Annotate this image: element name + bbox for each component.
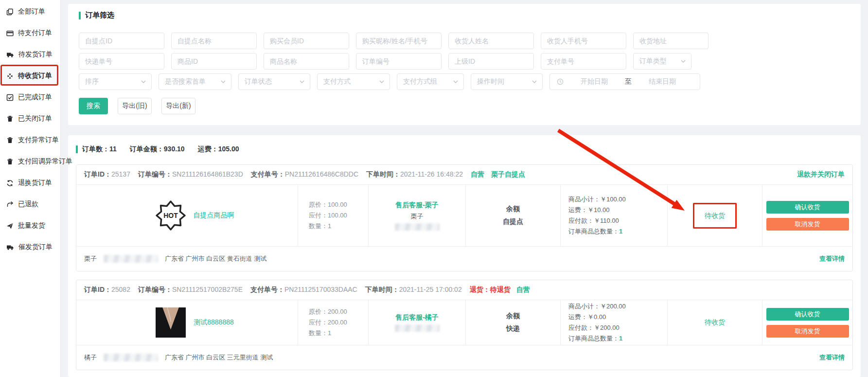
actions-cell: 确认收货 取消发货 xyxy=(762,185,852,246)
order-sn: SN211126164861B23D xyxy=(172,170,243,178)
sidebar: 全部订单 待支付订单 待发货订单 待收货订单 已完成订单 已关闭订单 支付异常订… xyxy=(0,0,61,377)
sidebar-item-label: 待发货订单 xyxy=(18,50,53,59)
pickup-id-input[interactable] xyxy=(79,33,164,49)
trash-icon xyxy=(6,158,14,165)
product-id-input[interactable] xyxy=(171,53,257,70)
sidebar-item-pending-shipment[interactable]: 待发货订单 xyxy=(0,44,60,65)
order-status-badge: 待收货 xyxy=(705,318,725,327)
order-amount-value: 930.10 xyxy=(164,145,185,153)
export-new-button[interactable]: 导出(新) xyxy=(161,98,195,114)
delivery-method: 快递 xyxy=(506,324,520,333)
sidebar-item-refunded[interactable]: 已退款 xyxy=(0,194,60,215)
start-date-placeholder[interactable]: 开始日期 xyxy=(581,77,608,86)
order-count-label: 订单数： xyxy=(82,145,109,153)
date-range-picker[interactable]: 开始日期 至 结束日期 xyxy=(549,73,700,90)
quantity: 数量：1 xyxy=(309,221,368,232)
sidebar-item-urge-shipment[interactable]: 催发货订单 xyxy=(0,236,60,258)
search-button[interactable]: 搜索 xyxy=(79,98,108,114)
tracking-number-input[interactable] xyxy=(79,53,164,70)
buyer-member-id-input[interactable] xyxy=(264,33,349,49)
sidebar-item-completed[interactable]: 已完成订单 xyxy=(0,87,60,108)
order-amount-label: 订单金额： xyxy=(130,145,164,153)
cancel-shipment-button[interactable]: 取消发货 xyxy=(766,218,849,231)
sidebar-item-all-orders[interactable]: 全部订单 xyxy=(0,1,60,22)
filter-buttons: 搜索 导出(旧) 导出(新) xyxy=(79,98,850,114)
operation-time-select[interactable]: 操作时间 xyxy=(471,73,543,90)
service-cell: 售后客服-橘子 xyxy=(368,300,465,345)
order-type-select[interactable]: 订单类型 xyxy=(633,53,691,70)
order-filter-panel: 订单筛选 订单类型 排序 xyxy=(68,4,861,125)
hot-badge-product-image[interactable]: HOT xyxy=(156,200,186,231)
pickup-point-tag: 栗子自提点 xyxy=(491,170,525,179)
totals-cell: 商品小计：￥100.00 运费：￥10.00 应付款：￥110.00 订单商品总… xyxy=(560,185,667,246)
blurred-phone xyxy=(104,255,158,263)
view-details-link[interactable]: 查看详情 xyxy=(819,353,845,362)
order-sn-input[interactable] xyxy=(356,53,442,70)
original-price: 原价：200.00 xyxy=(309,306,368,317)
receiver-phone-input[interactable] xyxy=(541,33,626,49)
order-footer: 橘子 广东省 广州市 白云区 三元里街道 测试 查看详情 xyxy=(76,345,852,370)
sidebar-item-pending-payment[interactable]: 待支付订单 xyxy=(0,22,60,44)
sidebar-item-batch-shipment[interactable]: 批量发货 xyxy=(0,215,60,236)
original-price: 原价：100.00 xyxy=(309,199,368,210)
orders-panel: 订单数：11 订单金额：930.10 运费：105.00 订单ID：25137 … xyxy=(68,135,861,377)
order-body: 测试8888888 原价：200.00 应付：200.00 数量：1 售后客服-… xyxy=(76,300,852,345)
product-photo-image[interactable] xyxy=(156,307,186,338)
sidebar-item-label: 待支付订单 xyxy=(18,29,52,37)
product-name-link[interactable]: 测试8888888 xyxy=(194,318,234,327)
price-cell: 原价：200.00 应付：200.00 数量：1 xyxy=(298,300,368,345)
amount-payable: 应付款：￥110.00 xyxy=(568,215,667,226)
cancel-shipment-button[interactable]: 取消发货 xyxy=(766,325,849,338)
sidebar-item-callback-exception[interactable]: 支付回调异常订单 xyxy=(0,151,60,172)
trash-icon xyxy=(6,137,14,144)
send-icon xyxy=(6,222,14,230)
receiver-address-input[interactable] xyxy=(633,33,709,49)
sidebar-item-pending-receipt[interactable]: 待收货订单 xyxy=(0,65,60,87)
sidebar-item-label: 已关闭订单 xyxy=(18,114,52,123)
service-cell: 售后客服-栗子 栗子 xyxy=(368,185,465,246)
order-status-select[interactable]: 订单状态 xyxy=(238,73,310,90)
payment-sn-input[interactable] xyxy=(541,53,626,70)
payment-group-select[interactable]: 支付方式组 xyxy=(397,73,464,90)
receiver-name-input[interactable] xyxy=(448,33,534,49)
order-id: 25137 xyxy=(111,170,130,178)
refund-close-order-link[interactable]: 退款并关闭订单 xyxy=(797,170,845,179)
payment-method-select[interactable]: 支付方式 xyxy=(317,73,390,90)
total-quantity: 订单商品总数量：1 xyxy=(568,226,667,237)
sidebar-item-payment-exception[interactable]: 支付异常订单 xyxy=(0,129,60,151)
pickup-name-input[interactable] xyxy=(171,33,257,49)
product-name-input[interactable] xyxy=(264,53,349,70)
after-sales-agent: 售后客服-橘子 xyxy=(395,313,439,322)
shipping-fee: 运费：￥0.00 xyxy=(568,312,667,323)
receiver-address: 广东省 广州市 白云区 三元里街道 测试 xyxy=(165,353,273,362)
buyer-nickname-input[interactable] xyxy=(356,33,442,49)
filter-title: 订单筛选 xyxy=(79,11,850,20)
sidebar-item-closed[interactable]: 已关闭订单 xyxy=(0,108,60,129)
export-old-button[interactable]: 导出(旧) xyxy=(118,98,152,114)
view-details-link[interactable]: 查看详情 xyxy=(819,254,845,263)
status-cell: 待收货 xyxy=(667,300,762,345)
sort-select[interactable]: 排序 xyxy=(79,73,152,90)
end-date-placeholder[interactable]: 结束日期 xyxy=(649,77,676,86)
sidebar-item-label: 支付异常订单 xyxy=(18,136,59,144)
self-operated-tag: 自营 xyxy=(516,286,530,294)
product-name-link[interactable]: 自提点商品啊 xyxy=(194,211,234,220)
parent-id-input[interactable] xyxy=(448,53,534,70)
payment-method: 余额 xyxy=(506,205,520,214)
receiver-name: 橘子 xyxy=(84,353,97,362)
confirm-receipt-button[interactable]: 确认收货 xyxy=(766,201,849,214)
filter-row-1 xyxy=(79,33,850,49)
sidebar-item-return-exchange[interactable]: 退换货订单 xyxy=(0,172,60,194)
sidebar-item-label: 退换货订单 xyxy=(18,179,52,187)
sidebar-item-label: 催发货订单 xyxy=(18,243,53,251)
truck-icon xyxy=(6,244,14,251)
first-order-select[interactable]: 是否搜索首单 xyxy=(159,73,231,90)
card-icon xyxy=(6,30,14,37)
receiver-name: 栗子 xyxy=(84,254,97,263)
truck-icon xyxy=(6,51,14,58)
order-id: 25082 xyxy=(111,286,130,293)
chevron-down-icon xyxy=(379,80,384,83)
payment-cell: 余额 快递 xyxy=(465,300,560,345)
confirm-receipt-button[interactable]: 确认收货 xyxy=(766,308,849,321)
refresh-icon xyxy=(6,180,14,187)
